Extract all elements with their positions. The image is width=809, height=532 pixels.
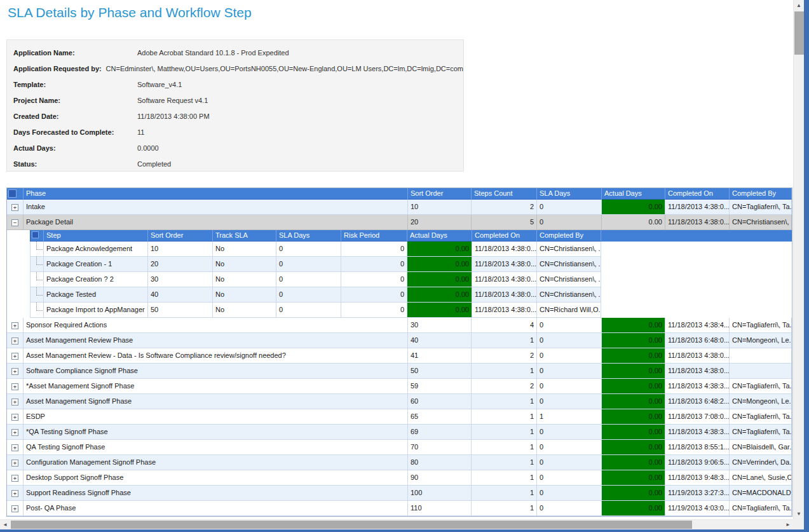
- expand-icon[interactable]: +: [11, 444, 18, 451]
- column-header: SLA Days: [276, 230, 341, 242]
- tree-connector-icon: [36, 303, 44, 311]
- info-row: Status:Completed: [7, 156, 463, 172]
- actual-days-cell: 0.00: [602, 455, 665, 470]
- step-header-row: StepSort OrderTrack SLASLA DaysRisk Peri…: [30, 230, 792, 242]
- phase-name-cell: Desktop Support Signoff Phase: [24, 470, 408, 486]
- page-title: SLA Details by Phase and Workflow Step: [8, 5, 252, 20]
- sla-days-cell: 0: [537, 348, 602, 364]
- sort-order-cell: 40: [408, 333, 472, 348]
- horizontal-scrollbar[interactable]: ◄ ►: [0, 519, 793, 529]
- completed-on-cell: 11/18/2013 4:38:0...: [472, 287, 537, 303]
- completed-by-cell: CN=Verrinder\, Da...: [730, 455, 792, 470]
- vertical-scrollbar[interactable]: ▲ ▼: [793, 0, 804, 519]
- sort-order-cell: 10: [408, 200, 472, 215]
- info-value: Completed: [137, 160, 171, 168]
- step-row: Package Import to AppManager50No000.0011…: [30, 303, 792, 318]
- scroll-right-icon[interactable]: ►: [783, 520, 793, 529]
- info-label: Project Name:: [7, 97, 137, 104]
- completed-on-cell: 11/18/2013 4:38:4...: [665, 318, 730, 333]
- column-header: SLA Days: [537, 188, 602, 200]
- sla-days-cell: 0: [537, 364, 602, 379]
- sla-days-cell: 0: [537, 215, 602, 230]
- scroll-up-icon[interactable]: ▲: [794, 0, 804, 11]
- sla-days-cell: 0: [276, 303, 341, 318]
- expand-cell: +: [7, 455, 24, 470]
- step-name-cell: Package Acknowledgement: [44, 242, 148, 257]
- actual-days-cell: 0.00: [602, 470, 665, 486]
- steps-count-cell: 2: [472, 379, 537, 394]
- expand-icon[interactable]: +: [11, 353, 18, 360]
- expand-icon[interactable]: +: [11, 475, 18, 482]
- sort-order-cell: 80: [408, 455, 472, 470]
- sla-days-cell: 0: [537, 425, 602, 440]
- risk-period-cell: 0: [341, 303, 407, 318]
- expand-icon[interactable]: +: [11, 368, 18, 375]
- sla-days-cell: 0: [537, 440, 602, 455]
- completed-by-cell: CN=Tagliaferri\, Ta...: [730, 379, 792, 394]
- completed-by-cell: CN=Christiansen\, ...: [730, 215, 792, 230]
- actual-days-cell: 0.00: [602, 440, 665, 455]
- expand-cell: +: [7, 470, 24, 486]
- completed-on-cell: 11/18/2013 9:06:5...: [665, 455, 730, 470]
- scroll-down-icon[interactable]: ▼: [794, 508, 804, 519]
- phase-name-cell: Asset Management Signoff Phase: [24, 394, 408, 409]
- phase-row: +QA Testing Signoff Phase70100.0011/18/2…: [7, 440, 792, 455]
- info-row: Created Date:11/18/2013 4:38:00 PM: [7, 108, 463, 124]
- expand-icon[interactable]: +: [11, 490, 18, 497]
- sort-order-cell: 40: [148, 287, 213, 303]
- scroll-left-icon[interactable]: ◄: [0, 520, 10, 529]
- report-corner-icon: [8, 189, 17, 198]
- expand-cell: +: [7, 501, 24, 516]
- sort-order-cell: 20: [408, 215, 472, 230]
- column-header: Completed By: [730, 188, 792, 200]
- header-corner-cell: [7, 188, 24, 200]
- actual-days-cell: 0.00: [602, 501, 665, 516]
- expand-icon[interactable]: +: [11, 460, 18, 467]
- risk-period-cell: 0: [341, 287, 407, 303]
- tree-connector-icon: [36, 287, 44, 296]
- column-header: Steps Count: [472, 188, 537, 200]
- tree-cell: [30, 303, 44, 318]
- completed-on-cell: 11/18/2013 8:55:1...: [665, 440, 730, 455]
- column-header: Completed By: [537, 230, 601, 242]
- column-header: Actual Days: [407, 230, 472, 242]
- window-frame-bottom: [0, 529, 809, 532]
- track-sla-cell: No: [213, 287, 276, 303]
- info-label: Application Requested by:: [7, 65, 106, 72]
- phase-name-cell: Software Compliance Signoff Phase: [24, 364, 408, 379]
- expand-cell: +: [7, 425, 24, 440]
- info-value: 11/18/2013 4:38:00 PM: [137, 113, 210, 120]
- track-sla-cell: No: [213, 257, 276, 272]
- vertical-scroll-thumb[interactable]: [794, 11, 804, 55]
- info-value: Software Request v4.1: [137, 97, 208, 104]
- completed-on-cell: 11/18/2013 6:48:2...: [665, 394, 730, 409]
- steps-count-cell: 4: [472, 318, 537, 333]
- risk-period-cell: 0: [341, 272, 407, 287]
- step-header-corner-cell: [30, 230, 44, 242]
- expand-icon[interactable]: +: [11, 429, 18, 436]
- collapse-icon[interactable]: −: [11, 219, 18, 226]
- column-header: Sort Order: [408, 188, 472, 200]
- risk-period-cell: 0: [341, 242, 407, 257]
- track-sla-cell: No: [213, 303, 276, 318]
- steps-count-cell: 5: [472, 215, 537, 230]
- expand-icon[interactable]: +: [11, 338, 18, 344]
- steps-count-cell: 1: [472, 409, 537, 425]
- phase-row: +*QA Testing Signoff Phase69100.0011/18/…: [7, 425, 792, 440]
- completed-on-cell: 11/18/2013 4:38:0...: [665, 348, 730, 364]
- expand-icon[interactable]: +: [11, 399, 18, 406]
- expand-icon[interactable]: +: [11, 414, 18, 421]
- sort-order-cell: 65: [408, 409, 472, 425]
- sort-order-cell: 50: [408, 364, 472, 379]
- expand-icon[interactable]: +: [11, 505, 18, 512]
- expand-cell: +: [7, 486, 24, 501]
- completed-on-cell: 11/18/2013 4:38:3...: [665, 425, 730, 440]
- info-label: Template:: [7, 81, 137, 88]
- expand-icon[interactable]: +: [11, 322, 18, 329]
- tree-connector-icon: [36, 272, 44, 280]
- info-label: Created Date:: [7, 113, 137, 120]
- expand-icon[interactable]: +: [11, 383, 18, 390]
- horizontal-scroll-thumb[interactable]: [11, 521, 692, 529]
- phase-name-cell: Support Readiness Signoff Phase: [24, 486, 408, 501]
- expand-icon[interactable]: +: [11, 204, 18, 211]
